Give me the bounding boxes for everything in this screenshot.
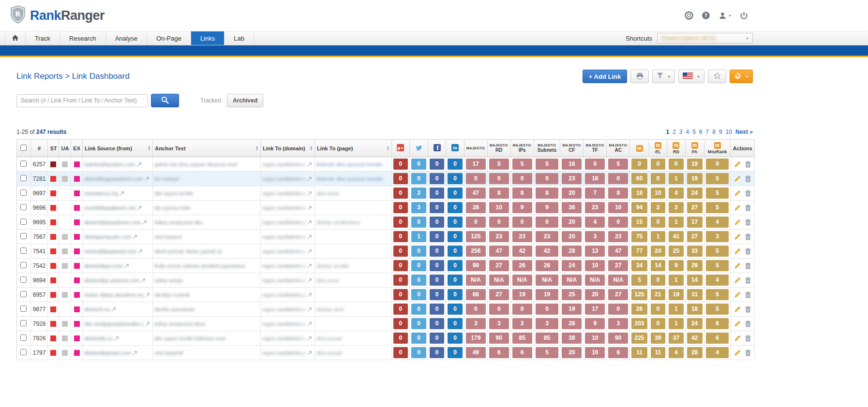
open-link-icon[interactable] xyxy=(307,191,312,196)
edit-link-button[interactable] xyxy=(734,233,741,240)
link-to-page-text[interactable]: dkelsp amd xyxy=(316,306,344,312)
open-link-icon[interactable] xyxy=(307,336,312,341)
open-link-icon[interactable] xyxy=(307,177,312,181)
edit-link-button[interactable] xyxy=(734,349,741,356)
open-link-icon[interactable] xyxy=(141,278,145,283)
profile-selector[interactable]: Pnwlra Kdelsm 48-32 ▼ xyxy=(657,33,753,44)
link-source-text[interactable]: dke lsmfpqoawlsmedke.com xyxy=(84,321,144,327)
search-button[interactable] xyxy=(151,94,179,107)
shortcuts-label[interactable]: Shortcuts xyxy=(626,35,652,42)
open-link-icon[interactable] xyxy=(111,307,116,312)
edit-link-button[interactable] xyxy=(734,161,741,167)
delete-link-button[interactable] xyxy=(745,335,751,342)
open-link-icon[interactable] xyxy=(114,336,119,341)
open-link-icon[interactable] xyxy=(307,220,312,225)
sort-icons[interactable]: ▲▼ xyxy=(387,146,389,151)
edit-link-button[interactable] xyxy=(734,204,741,211)
page-link[interactable]: 4 xyxy=(686,129,689,135)
nav-tab-lab[interactable]: Lab xyxy=(224,31,254,45)
row-checkbox[interactable] xyxy=(20,247,27,254)
open-link-icon[interactable] xyxy=(307,322,312,326)
link-to-domain-text[interactable]: rsgeo.xanlbdmtri.com xyxy=(262,277,306,283)
open-link-icon[interactable] xyxy=(307,249,312,254)
delete-link-button[interactable] xyxy=(745,320,751,327)
link-source-text[interactable]: melodpsrq.org xyxy=(84,190,118,196)
page-link[interactable]: 2 xyxy=(673,129,676,135)
delete-link-button[interactable] xyxy=(745,161,751,168)
link-to-page-text[interactable]: dkelsp amdkelwsa xyxy=(316,219,360,225)
page-link[interactable]: 10 xyxy=(726,129,732,135)
link-source-text[interactable]: dkelsmf.ca xyxy=(84,306,110,312)
open-link-icon[interactable] xyxy=(307,264,312,268)
edit-link-button[interactable] xyxy=(734,190,741,196)
open-link-icon[interactable] xyxy=(307,278,312,283)
open-link-icon[interactable] xyxy=(138,249,142,254)
open-link-icon[interactable] xyxy=(307,307,312,312)
link-source-text[interactable]: melso dkfpq alwsdme.org xyxy=(84,292,144,298)
edit-link-button[interactable] xyxy=(734,277,741,283)
sort-icons[interactable]: ▲▼ xyxy=(148,146,150,151)
row-checkbox[interactable] xyxy=(20,320,27,326)
open-link-icon[interactable] xyxy=(307,206,312,210)
open-link-icon[interactable] xyxy=(142,220,147,225)
link-to-domain-text[interactable]: rsgeo.xanlbdmtri.com xyxy=(262,205,306,211)
page-link[interactable]: 7 xyxy=(706,129,709,135)
edit-link-button[interactable] xyxy=(734,219,741,225)
link-to-page-text[interactable]: dkw posad xyxy=(316,350,342,356)
link-to-domain-text[interactable]: rsgeo.xanlbdmtri.com xyxy=(262,263,306,269)
link-to-domain-text[interactable]: rsgeo.xanlbdmtri.com xyxy=(262,161,306,167)
page-link[interactable]: 5 xyxy=(692,129,696,135)
open-link-icon[interactable] xyxy=(307,293,312,297)
edit-link-button[interactable] xyxy=(734,320,741,327)
row-checkbox[interactable] xyxy=(20,291,27,297)
link-to-page-text[interactable]: fkdmsle dkw paosnd lwmdke xyxy=(316,161,383,167)
row-checkbox[interactable] xyxy=(20,262,27,268)
delete-link-button[interactable] xyxy=(745,291,751,298)
row-checkbox[interactable] xyxy=(20,218,27,225)
language-flag-button[interactable]: ▼ xyxy=(678,70,704,83)
link-to-page-text[interactable]: dkw posa xyxy=(316,277,339,283)
link-to-domain-text[interactable]: rsgeo.xanlbdmtri.com xyxy=(262,321,306,327)
print-button[interactable] xyxy=(630,70,649,83)
link-to-domain-text[interactable]: rsgeo.xanlbdmtri.com xyxy=(262,292,306,298)
settings-button[interactable]: ▼ xyxy=(730,70,753,83)
row-checkbox[interactable] xyxy=(20,233,27,239)
link-to-domain-text[interactable]: rsgeo.xanlbdmtri.com xyxy=(262,350,306,356)
link-to-domain-text[interactable]: rsgeo.xanlbdmtri.com xyxy=(262,219,306,225)
link-source-text[interactable]: melsodkfpqalwsd.com xyxy=(84,248,136,254)
delete-link-button[interactable] xyxy=(745,204,751,211)
page-link[interactable]: 6 xyxy=(699,129,703,135)
nav-tab-on-page[interactable]: On-Page xyxy=(147,31,191,45)
link-source-text[interactable]: bakdmslfqowlers.com xyxy=(84,161,135,167)
page-link[interactable]: 9 xyxy=(719,129,722,135)
nav-tab-links[interactable]: Links xyxy=(191,31,224,45)
row-checkbox[interactable] xyxy=(20,349,27,355)
link-source-text[interactable]: dkelsmfpqo.com xyxy=(84,263,123,269)
filter-button[interactable]: ▼ xyxy=(652,70,675,83)
power-icon[interactable] xyxy=(740,12,748,20)
edit-link-button[interactable] xyxy=(734,291,741,298)
col-header-domain[interactable]: Link To (domain)▲▼ xyxy=(260,140,314,157)
edit-link-button[interactable] xyxy=(734,306,741,312)
support-icon[interactable] xyxy=(685,11,693,20)
link-source-text[interactable]: dkelsmfpq awlsme.com xyxy=(84,277,139,283)
row-checkbox[interactable] xyxy=(20,305,27,312)
link-source-text[interactable]: dkelsmfp.ca xyxy=(84,335,113,341)
search-input[interactable] xyxy=(16,94,148,107)
delete-link-button[interactable] xyxy=(745,175,751,182)
sort-icons[interactable]: ▲▼ xyxy=(310,146,313,151)
breadcrumb[interactable]: Link Reports > Link Dashboard xyxy=(16,72,130,81)
link-to-domain-text[interactable]: rsgeo.xanlbdmtri.com xyxy=(262,234,306,240)
row-checkbox[interactable] xyxy=(20,204,27,210)
link-to-page-text[interactable]: dkw posa xyxy=(316,190,339,196)
help-icon[interactable]: ? xyxy=(702,11,710,20)
col-header-page[interactable]: Link To (page)▲▼ xyxy=(315,140,392,157)
page-link[interactable]: 3 xyxy=(679,129,683,135)
link-source-text[interactable]: dkeoslfmgpaowlenrt.com xyxy=(84,176,143,182)
delete-link-button[interactable] xyxy=(745,248,751,255)
open-link-icon[interactable] xyxy=(145,293,150,297)
nav-tab-analyse[interactable]: Analyse xyxy=(106,31,147,45)
delete-link-button[interactable] xyxy=(745,349,751,356)
pagination-next[interactable]: Next » xyxy=(735,129,753,135)
link-source-text[interactable]: moeldkfspaqlwem.net xyxy=(84,205,135,211)
